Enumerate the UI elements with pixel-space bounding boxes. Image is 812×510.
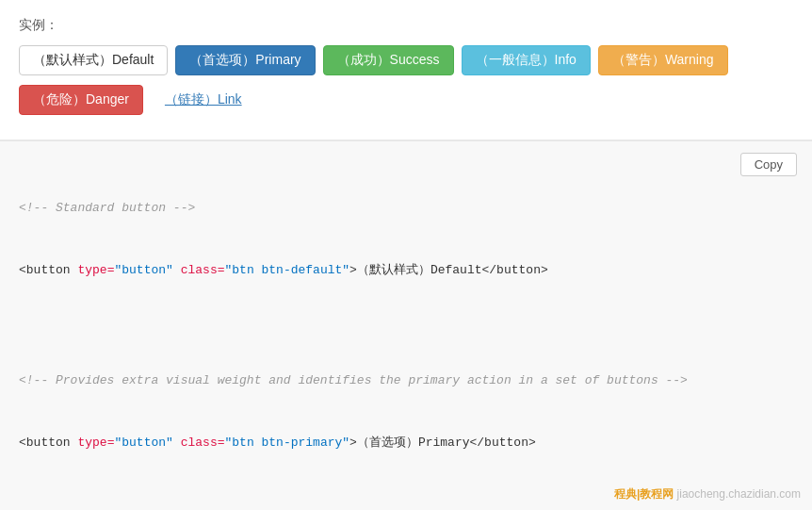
code-block: <!-- Standard button --> <button type="b… bbox=[19, 156, 793, 510]
code-comment-2: <!-- Provides extra visual weight and id… bbox=[19, 370, 793, 391]
demo-label: 实例： bbox=[19, 17, 793, 34]
button-row-2: （危险）Danger （链接）Link bbox=[19, 85, 793, 115]
code-section: Copy <!-- Standard button --> <button ty… bbox=[0, 140, 812, 510]
btn-default[interactable]: （默认样式）Default bbox=[19, 45, 168, 75]
code-line-1: <button type="button" class="btn btn-def… bbox=[19, 260, 793, 281]
btn-danger[interactable]: （危险）Danger bbox=[19, 85, 143, 115]
btn-info[interactable]: （一般信息）Info bbox=[462, 45, 591, 75]
btn-primary[interactable]: （首选项）Primary bbox=[175, 45, 315, 75]
copy-button[interactable]: Copy bbox=[740, 153, 797, 176]
demo-section: 实例： （默认样式）Default （首选项）Primary （成功）Succe… bbox=[0, 0, 812, 140]
btn-success[interactable]: （成功）Success bbox=[323, 45, 454, 75]
page-wrapper: 实例： （默认样式）Default （首选项）Primary （成功）Succe… bbox=[0, 0, 812, 510]
btn-link[interactable]: （链接）Link bbox=[151, 85, 256, 115]
code-line-2: <button type="button" class="btn btn-pri… bbox=[19, 433, 793, 453]
btn-warning[interactable]: （警告）Warning bbox=[598, 45, 728, 75]
code-comment-1: <!-- Standard button --> bbox=[19, 198, 793, 219]
button-row-1: （默认样式）Default （首选项）Primary （成功）Success （… bbox=[19, 45, 793, 75]
